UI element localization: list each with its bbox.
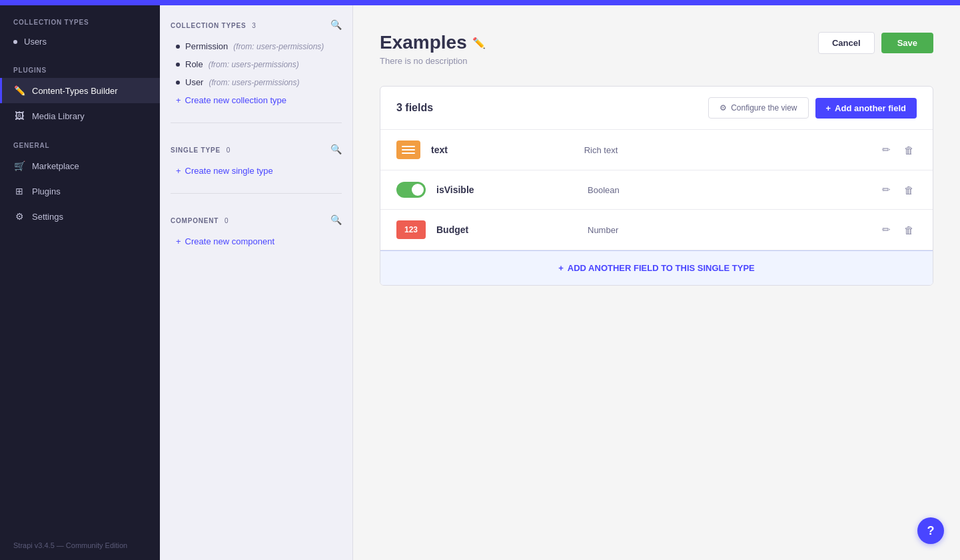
- settings-label: Settings: [32, 212, 63, 222]
- add-field-bottom-text: + ADD ANOTHER FIELD TO THIS SINGLE TYPE: [392, 263, 921, 273]
- sidebar-item-settings[interactable]: ⚙ Settings: [0, 204, 160, 229]
- single-type-title: SINGLE TYPE 0: [171, 143, 230, 155]
- sidebar-item-content-types-builder[interactable]: ✏️ Content-Types Builder: [0, 78, 160, 103]
- gear-icon: ⚙: [13, 210, 25, 222]
- delete-field-text-button[interactable]: 🗑: [901, 142, 917, 158]
- plus-icon-component: +: [176, 236, 181, 246]
- single-type-search-icon[interactable]: 🔍: [330, 144, 342, 154]
- single-type-label-text: SINGLE TYPE: [171, 146, 221, 154]
- collection-type-item[interactable]: Role (from: users-permissions): [171, 55, 342, 73]
- configure-view-button[interactable]: ⚙ Configure the view: [708, 97, 808, 119]
- component-title: COMPONENT 0: [171, 214, 229, 226]
- plus-icon-add: +: [826, 103, 831, 113]
- collection-type-name: Role: [185, 59, 203, 69]
- line1: [402, 146, 415, 147]
- field-type-budget: Number: [588, 225, 869, 235]
- plugins-section-label: PLUGINS: [0, 53, 160, 78]
- single-type-header: SINGLE TYPE 0 🔍: [171, 143, 342, 155]
- component-label-text: COMPONENT: [171, 217, 219, 224]
- collection-type-name: Permission: [185, 41, 228, 51]
- title-area: Examples ✏️ There is no description: [380, 32, 486, 66]
- sliders-icon: ⚙: [720, 103, 727, 113]
- field-type-text: Rich text: [584, 145, 869, 155]
- edit-field-isvisible-button[interactable]: ✏: [879, 181, 893, 198]
- collection-type-suffix: (from: users-permissions): [233, 42, 324, 51]
- line3: [402, 152, 415, 154]
- delete-field-budget-button[interactable]: 🗑: [901, 222, 917, 238]
- main-content: Examples ✏️ There is no description Canc…: [353, 5, 960, 560]
- edit-field-budget-button[interactable]: ✏: [879, 221, 893, 238]
- collection-type-name: User: [185, 77, 203, 87]
- collection-type-item[interactable]: User (from: users-permissions): [171, 73, 342, 91]
- field-row-text: text Rich text ✏ 🗑: [380, 130, 933, 170]
- top-bar: [0, 0, 960, 5]
- sidebar-item-plugins[interactable]: ⊞ Plugins: [0, 178, 160, 204]
- component-search-icon[interactable]: 🔍: [330, 214, 342, 225]
- line2: [402, 149, 415, 150]
- footer-text: Strapi v3.4.5 — Community Edition: [13, 541, 127, 549]
- create-single-type-link[interactable]: + Create new single type: [171, 162, 342, 180]
- bullet-icon: [176, 81, 180, 85]
- sidebar-item-marketplace[interactable]: 🛒 Marketplace: [0, 153, 160, 178]
- store-icon: 🛒: [13, 160, 25, 172]
- text-field-icon: [396, 140, 420, 159]
- collection-types-list: Permission (from: users-permissions)Role…: [171, 37, 342, 91]
- field-row-isvisible: isVisible Boolean ✏ 🗑: [380, 170, 933, 210]
- add-another-field-label: Add another field: [835, 103, 906, 113]
- page-subtitle: There is no description: [380, 56, 486, 66]
- field-actions-text: ✏ 🗑: [879, 141, 917, 158]
- field-name-budget: Budget: [436, 224, 577, 235]
- middle-panel: COLLECTION TYPES 3 🔍 Permission (from: u…: [160, 5, 353, 560]
- collection-types-panel: COLLECTION TYPES 3 🔍 Permission (from: u…: [160, 5, 352, 116]
- plugins-label: Plugins: [32, 186, 61, 196]
- general-section-label: GENERAL: [0, 129, 160, 153]
- plus-icon-bottom: +: [558, 263, 564, 273]
- component-panel: COMPONENT 0 🔍 + Create new component: [160, 200, 352, 257]
- bullet-icon: [13, 40, 17, 44]
- add-another-field-button[interactable]: + Add another field: [815, 98, 917, 119]
- collection-types-title: COLLECTION TYPES 3: [171, 19, 256, 31]
- content-header: Examples ✏️ There is no description Canc…: [380, 32, 933, 66]
- sidebar-item-users[interactable]: Users: [0, 30, 160, 53]
- budget-field-icon: 123: [396, 220, 426, 239]
- header-buttons: Cancel Save: [818, 32, 933, 54]
- help-label: ?: [927, 524, 935, 538]
- save-button[interactable]: Save: [881, 33, 933, 53]
- collection-types-section-label: COLLECTION TYPES: [0, 5, 160, 30]
- field-actions-budget: ✏ 🗑: [879, 221, 917, 238]
- cancel-button[interactable]: Cancel: [818, 32, 875, 54]
- delete-field-isvisible-button[interactable]: 🗑: [901, 182, 917, 198]
- sidebar-item-media-library[interactable]: 🖼 Media Library: [0, 103, 160, 129]
- add-field-bottom[interactable]: + ADD ANOTHER FIELD TO THIS SINGLE TYPE: [380, 250, 933, 285]
- collection-types-count: 3: [252, 22, 256, 29]
- field-row-budget: 123 Budget Number ✏ 🗑: [380, 210, 933, 250]
- grid-icon: ⊞: [13, 185, 25, 197]
- create-component-label: Create new component: [185, 236, 274, 246]
- image-icon: 🖼: [13, 110, 25, 122]
- create-collection-type-link[interactable]: + Create new collection type: [171, 91, 342, 109]
- panel-divider-2: [171, 193, 342, 194]
- isvisible-field-icon: [396, 182, 426, 198]
- help-button[interactable]: ?: [917, 517, 944, 544]
- create-component-link[interactable]: + Create new component: [171, 232, 342, 250]
- page-title: Examples ✏️: [380, 32, 486, 53]
- fields-count: 3 fields: [396, 102, 433, 114]
- field-type-isvisible: Boolean: [588, 185, 869, 195]
- fields-container: 3 fields ⚙ Configure the view + Add anot…: [380, 86, 933, 286]
- field-name-isvisible: isVisible: [436, 184, 577, 195]
- create-collection-type-label: Create new collection type: [185, 95, 286, 105]
- collection-types-label-text: COLLECTION TYPES: [171, 22, 246, 29]
- collection-types-header: COLLECTION TYPES 3 🔍: [171, 19, 342, 31]
- configure-view-label: Configure the view: [731, 103, 797, 113]
- marketplace-label: Marketplace: [32, 161, 79, 171]
- plus-icon-single: +: [176, 166, 181, 176]
- collection-type-item[interactable]: Permission (from: users-permissions): [171, 37, 342, 55]
- sidebar-footer: Strapi v3.4.5 — Community Edition: [0, 531, 160, 560]
- media-library-label: Media Library: [32, 111, 85, 121]
- pencil-icon: ✏️: [13, 85, 25, 97]
- edit-title-icon[interactable]: ✏️: [472, 37, 486, 49]
- collection-types-search-icon[interactable]: 🔍: [330, 19, 342, 30]
- edit-field-text-button[interactable]: ✏: [879, 141, 893, 158]
- collection-type-suffix: (from: users-permissions): [209, 78, 299, 87]
- field-name-text: text: [431, 144, 574, 155]
